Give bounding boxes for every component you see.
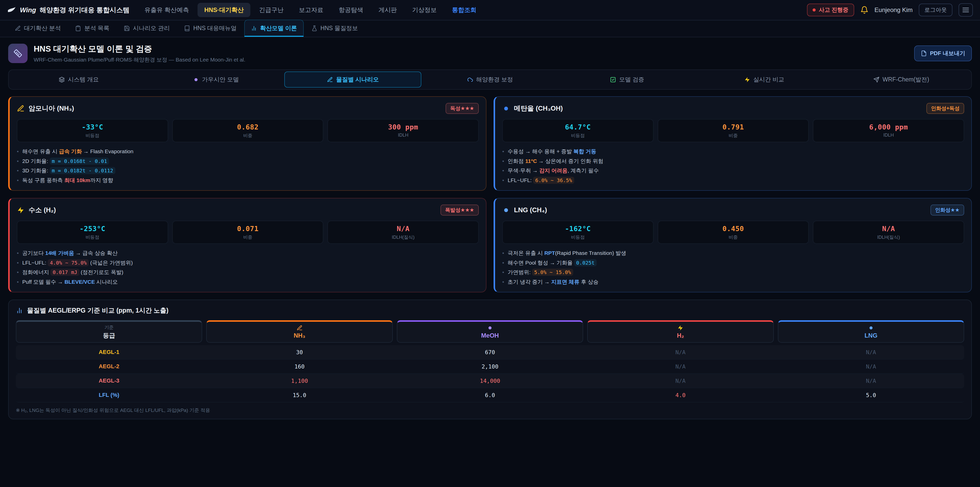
subnav-item-analysis-list[interactable]: 분석 목록 — [68, 20, 116, 37]
stat-value: 0.791 — [660, 123, 807, 131]
table-cell: 5.0 — [778, 388, 964, 402]
table-row-3: AEGL-31,10014,000N/AN/A — [16, 374, 964, 388]
dot-icon — [487, 325, 493, 331]
pencil-icon — [327, 77, 333, 83]
user-name: Eunjeong Kim — [875, 6, 913, 14]
nav-item-board[interactable]: 게시판 — [372, 3, 404, 17]
tab-wrf-chem[interactable]: WRF-Chem(발전) — [833, 72, 970, 88]
card-header: 암모니아 (NH₃)독성★★★ — [17, 103, 479, 114]
pencil-icon — [15, 25, 21, 31]
bullet-item: •가연범위: 5.0% ~ 15.0% — [502, 268, 964, 276]
table-cell: 2,100 — [397, 359, 583, 374]
card-header: 메탄올 (CH₃OH)인화성+독성 — [502, 103, 964, 114]
nav-item-oil-spill-prediction[interactable]: 유출유 확산예측 — [138, 3, 196, 17]
stat-value: 6,000 ppm — [815, 123, 962, 131]
bullet-item: •해수면 유출 시 급속 기화 → Flash Evaporation — [17, 147, 479, 155]
table-row-2: AEGL-21602,100N/AN/A — [16, 359, 964, 374]
menu-button[interactable] — [959, 3, 973, 17]
subnav-item-scenario-management[interactable]: 시나리오 관리 — [117, 20, 177, 37]
table-row-1: AEGL-130670N/AN/A — [16, 345, 964, 359]
subnav-item-air-diffusion-analysis[interactable]: 대기확산 분석 — [8, 20, 67, 37]
column-header-sub: 기준 — [104, 324, 114, 331]
bullet-text: 수용성 → 해수 용해 + 증발 복합 거동 — [508, 147, 596, 155]
page-title: HNS 대기확산 모델 이론 및 검증 — [34, 43, 245, 55]
stat-label: 비중 — [175, 234, 321, 240]
table-column-header-h2: H₂ — [587, 320, 773, 343]
clipboard-icon — [75, 25, 81, 31]
stat-label: 비중 — [660, 234, 807, 240]
subnav-item-label: HNS 대응매뉴얼 — [193, 24, 237, 32]
flask-icon — [311, 25, 318, 31]
save-icon — [124, 25, 130, 31]
bullet-item: •독성 구름 풍하측 최대 10km까지 영향 — [17, 176, 479, 184]
tab-label: 해양환경 보정 — [476, 76, 513, 83]
bell-icon — [860, 6, 869, 14]
bullet-dot: • — [502, 176, 504, 184]
nav-item-integrated-search[interactable]: 통합조회 — [445, 3, 483, 17]
nav-item-aerial-search[interactable]: 항공탐색 — [332, 3, 370, 17]
risk-badge: 폭발성★★★ — [441, 204, 479, 216]
subnav-item-label: HNS 물질정보 — [321, 24, 358, 32]
tab-realtime-comparison[interactable]: 실시간 비교 — [696, 72, 833, 88]
tab-model-validation[interactable]: 모델 검증 — [558, 72, 696, 88]
stat-box: 0.791비중 — [658, 119, 809, 142]
table-column-header-criteria: 기준등급 — [16, 320, 202, 343]
card-header: 수소 (H₂)폭발성★★★ — [17, 204, 479, 216]
row-label: AEGL-1 — [16, 345, 202, 359]
book-icon — [184, 25, 190, 31]
page-subtitle: WRF-Chem·Gaussian Plume/Puff·ROMS·해양환경 보… — [34, 56, 245, 63]
pdf-export-button[interactable]: PDF 내보내기 — [914, 45, 972, 61]
bullet-item: •해수면 Pool 형성 → 기화율 0.025t — [502, 259, 964, 267]
nav-item-hns-air-diffusion[interactable]: HNS·대기확산 — [197, 3, 250, 17]
substance-card-ammonia: 암모니아 (NH₃)독성★★★-33°C비등점0.682비중300 ppmIDL… — [8, 96, 487, 191]
stat-value: -253°C — [19, 225, 165, 233]
aegl-table-body: AEGL-130670N/AN/AAEGL-21602,100N/AN/AAEG… — [16, 345, 964, 402]
stat-box: 0.682비중 — [172, 119, 324, 142]
bullet-dot: • — [17, 157, 19, 165]
tab-label: 가우시안 모델 — [202, 76, 239, 83]
stat-label: IDLH(질식) — [330, 234, 476, 240]
table-cell: 6.0 — [397, 388, 583, 402]
dot-icon — [502, 206, 510, 214]
page-header: HNS 대기확산 모델 이론 및 검증 WRF-Chem·Gaussian Pl… — [0, 37, 980, 69]
aegl-table-header: 기준등급NH₃MeOHH₂LNG — [16, 320, 964, 343]
tab-system-overview[interactable]: 시스템 개요 — [10, 72, 147, 88]
nav-item-reports[interactable]: 보고자료 — [292, 3, 330, 17]
subnav-item-diffusion-model-theory[interactable]: 확산모델 이론 — [244, 20, 304, 37]
notifications-button[interactable] — [860, 6, 869, 14]
bullet-dot: • — [502, 268, 504, 276]
tab-gaussian-model[interactable]: 가우시안 모델 — [147, 72, 284, 88]
stat-value: 300 ppm — [330, 123, 476, 131]
table-cell: 670 — [397, 345, 583, 359]
table-cell: 4.0 — [587, 388, 773, 402]
tab-label: 모델 검증 — [619, 76, 644, 83]
bullet-text: Puff 모델 필수 → BLEVE/VCE 시나리오 — [22, 278, 118, 286]
subnav-item-hns-response-manual[interactable]: HNS 대응매뉴얼 — [177, 20, 243, 37]
nav-item-weather-info[interactable]: 기상정보 — [406, 3, 443, 17]
risk-badge: 독성★★★ — [445, 103, 479, 114]
dot-icon — [193, 77, 199, 83]
bullet-dot: • — [17, 278, 19, 286]
logout-button[interactable]: 로그아웃 — [919, 3, 953, 16]
bullet-list: •극저온 유출 시 RPT(Rapid Phase Transition) 발생… — [502, 249, 964, 286]
stat-box: -253°C비등점 — [17, 220, 168, 244]
nav-item-emergency-rescue[interactable]: 긴급구난 — [252, 3, 290, 17]
tab-label: 실시간 비교 — [753, 76, 784, 83]
aegl-table-title-row: 물질별 AEGL/ERPG 기준 비교 (ppm, 1시간 노출) — [16, 306, 964, 315]
column-header-label: LNG — [864, 332, 877, 339]
stat-box: -162°C비등점 — [502, 220, 654, 244]
tab-label: WRF-Chem(발전) — [883, 76, 929, 83]
zap-icon — [744, 77, 750, 83]
substance-card-hydrogen: 수소 (H₂)폭발성★★★-253°C비등점0.071비중N/AIDLH(질식)… — [8, 198, 487, 292]
substance-card-methanol: 메탄올 (CH₃OH)인화성+독성64.7°C비등점0.791비중6,000 p… — [493, 96, 972, 191]
bullet-item: •3D 기화율: m = 0.0182t - 0.0112 — [17, 166, 479, 175]
stat-box: -33°C비등점 — [17, 119, 168, 142]
subnav-item-label: 대기확산 분석 — [24, 24, 61, 32]
risk-badge: 인화성+독성 — [926, 103, 964, 114]
bullet-text: 2D 기화율: m = 0.0168t - 0.01 — [22, 157, 109, 165]
tab-substance-scenarios[interactable]: 물질별 시나리오 — [284, 72, 422, 88]
subnav-item-hns-substance-info[interactable]: HNS 물질정보 — [305, 20, 365, 37]
risk-badge: 인화성★★ — [931, 204, 964, 216]
tab-marine-correction[interactable]: 해양환경 보정 — [422, 72, 558, 88]
subnav-item-label: 시나리오 관리 — [133, 24, 170, 32]
